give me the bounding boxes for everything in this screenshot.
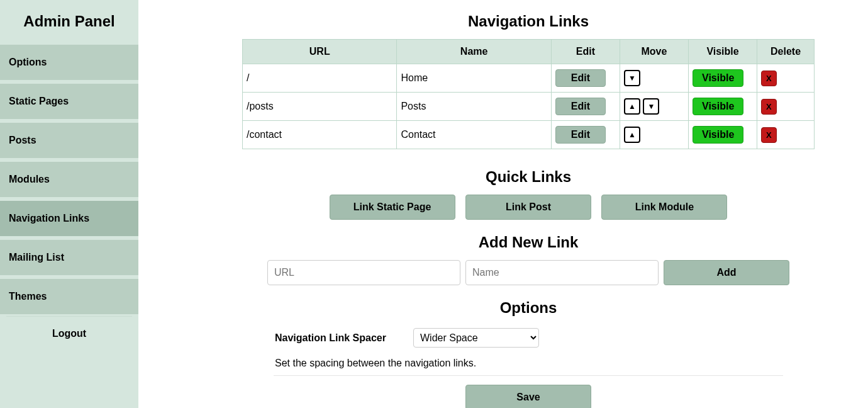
- move-up-button[interactable]: ▲: [624, 127, 640, 143]
- cell-visible: Visible: [689, 93, 757, 121]
- move-up-button[interactable]: ▲: [624, 98, 640, 115]
- logout-link[interactable]: Logout: [0, 317, 138, 351]
- delete-button[interactable]: X: [761, 127, 777, 143]
- navlinks-table: URL Name Edit Move Visible Delete /HomeE…: [242, 39, 815, 149]
- link-module-button[interactable]: Link Module: [601, 195, 727, 220]
- cell-url: /: [243, 64, 397, 93]
- cell-url: /posts: [243, 93, 397, 121]
- table-row: /postsPostsEdit▲ ▼VisibleX: [243, 93, 815, 121]
- save-button[interactable]: Save: [465, 385, 591, 408]
- edit-button[interactable]: Edit: [555, 98, 606, 115]
- cell-url: /contact: [243, 121, 397, 149]
- col-visible: Visible: [689, 40, 757, 64]
- move-down-button[interactable]: ▼: [624, 70, 640, 86]
- spacer-select[interactable]: Wider Space: [413, 328, 539, 348]
- col-name: Name: [397, 40, 551, 64]
- col-move: Move: [620, 40, 688, 64]
- cell-move: ▲ ▼: [620, 93, 688, 121]
- visible-toggle-button[interactable]: Visible: [693, 126, 743, 144]
- cell-edit: Edit: [551, 121, 620, 149]
- cell-name: Contact: [397, 121, 551, 149]
- cell-delete: X: [757, 93, 815, 121]
- add-button[interactable]: Add: [664, 260, 789, 285]
- delete-button[interactable]: X: [761, 71, 777, 86]
- sidebar-item-mailing-list[interactable]: Mailing List: [0, 238, 138, 277]
- cell-edit: Edit: [551, 93, 620, 121]
- cell-move: ▼: [620, 64, 688, 93]
- quicklinks-heading: Quick Links: [214, 168, 843, 186]
- cell-delete: X: [757, 64, 815, 93]
- cell-name: Posts: [397, 93, 551, 121]
- sidebar-item-static-pages[interactable]: Static Pages: [0, 82, 138, 121]
- table-row: /contactContactEdit▲ VisibleX: [243, 121, 815, 149]
- sidebar-item-posts[interactable]: Posts: [0, 121, 138, 160]
- options-heading: Options: [274, 299, 783, 317]
- cell-name: Home: [397, 64, 551, 93]
- addlink-heading: Add New Link: [214, 234, 843, 251]
- edit-button[interactable]: Edit: [555, 69, 606, 87]
- add-name-input[interactable]: [465, 260, 659, 285]
- options-separator: [274, 375, 783, 376]
- cell-move: ▲: [620, 121, 688, 149]
- sidebar-item-modules[interactable]: Modules: [0, 160, 138, 199]
- cell-delete: X: [757, 121, 815, 149]
- col-url: URL: [243, 40, 397, 64]
- sidebar: Admin Panel OptionsStatic PagesPostsModu…: [0, 0, 138, 408]
- navlinks-heading: Navigation Links: [214, 13, 843, 30]
- link-post-button[interactable]: Link Post: [465, 195, 591, 220]
- move-down-button[interactable]: ▼: [643, 98, 659, 115]
- spacer-label: Navigation Link Spacer: [275, 332, 388, 344]
- add-url-input[interactable]: [267, 260, 460, 285]
- spacer-help-text: Set the spacing between the navigation l…: [275, 358, 782, 369]
- sidebar-item-navigation-links[interactable]: Navigation Links: [0, 199, 138, 238]
- cell-visible: Visible: [689, 121, 757, 149]
- main-content: Navigation Links URL Name Edit Move Visi…: [138, 0, 868, 408]
- table-row: /HomeEdit▼VisibleX: [243, 64, 815, 93]
- cell-visible: Visible: [689, 64, 757, 93]
- sidebar-title: Admin Panel: [0, 13, 138, 30]
- cell-edit: Edit: [551, 64, 620, 93]
- visible-toggle-button[interactable]: Visible: [693, 69, 743, 87]
- edit-button[interactable]: Edit: [555, 126, 606, 144]
- delete-button[interactable]: X: [761, 99, 777, 115]
- col-delete: Delete: [757, 40, 815, 64]
- sidebar-item-options[interactable]: Options: [0, 43, 138, 82]
- link-static-page-button[interactable]: Link Static Page: [330, 195, 455, 220]
- sidebar-item-themes[interactable]: Themes: [0, 277, 138, 316]
- visible-toggle-button[interactable]: Visible: [693, 98, 743, 115]
- col-edit: Edit: [551, 40, 620, 64]
